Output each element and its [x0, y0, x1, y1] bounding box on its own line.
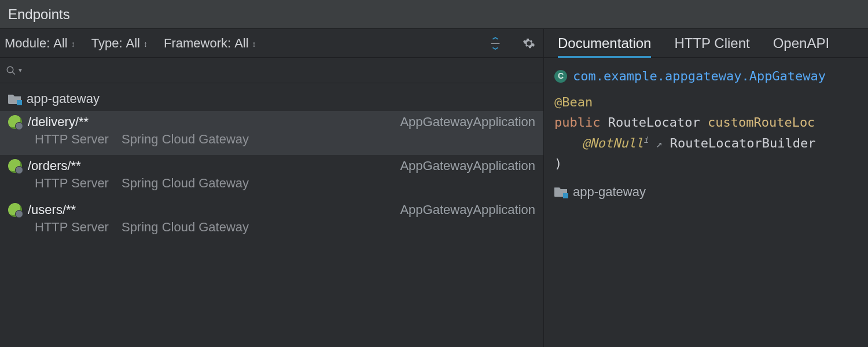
module-group-label: app-gateway: [27, 91, 100, 106]
framework-filter[interactable]: Framework: All ↕: [164, 36, 256, 51]
detail-tabs: Documentation HTTP Client OpenAPI: [544, 29, 868, 58]
endpoint-server-label: HTTP Server: [35, 132, 109, 147]
module-filter-label: Module:: [5, 36, 50, 51]
endpoints-pane: Module: All ↕ Type: All ↕ Framework: All…: [0, 29, 544, 347]
endpoint-class: AppGatewayApplication: [400, 158, 535, 174]
chevron-sort-icon: ↕: [71, 39, 75, 49]
tab-documentation[interactable]: Documentation: [558, 35, 651, 57]
endpoint-class: AppGatewayApplication: [400, 202, 535, 217]
endpoint-path: /delivery/**: [28, 115, 89, 130]
search-icon: [6, 65, 16, 76]
module-filter[interactable]: Module: All ↕: [5, 36, 75, 51]
external-link-icon: ↗: [656, 138, 663, 150]
code-close-paren: ): [554, 156, 562, 171]
chevron-sort-icon: ↕: [144, 39, 148, 49]
module-filter-value: All: [53, 36, 67, 51]
documentation-content: C com.example.appgateway.AppGateway @Bea…: [544, 58, 868, 210]
search-input[interactable]: [27, 64, 538, 77]
title-text: Endpoints: [8, 6, 70, 23]
endpoint-icon: [8, 203, 22, 217]
tab-openapi[interactable]: OpenAPI: [773, 35, 829, 57]
endpoint-path: /users/**: [28, 202, 76, 217]
endpoint-server-label: HTTP Server: [35, 176, 109, 191]
endpoint-server-label: HTTP Server: [35, 220, 109, 235]
class-badge-icon: C: [554, 70, 567, 83]
type-filter-label: Type:: [91, 36, 123, 51]
svg-line-2: [12, 72, 15, 75]
expand-collapse-icon[interactable]: [487, 35, 504, 52]
code-method-name: customRouteLoc: [708, 115, 815, 130]
search-dropdown-icon[interactable]: ▼: [17, 67, 23, 73]
code-return-type: RouteLocator: [608, 115, 700, 130]
tab-http-client[interactable]: HTTP Client: [674, 35, 749, 57]
endpoint-framework-label: Spring Cloud Gateway: [122, 176, 249, 191]
tool-window-title: Endpoints: [0, 0, 868, 29]
type-filter[interactable]: Type: All ↕: [91, 36, 148, 51]
code-param-annotation: @NotNull: [582, 136, 643, 150]
module-name-label: app-gateway: [573, 182, 646, 202]
endpoint-row[interactable]: /delivery/** AppGatewayApplication HTTP …: [0, 111, 543, 155]
workspace: Module: All ↕ Type: All ↕ Framework: All…: [0, 29, 868, 347]
fully-qualified-class-name[interactable]: com.example.appgateway.AppGateway: [573, 66, 826, 86]
endpoint-path: /orders/**: [28, 158, 81, 174]
endpoint-icon: [8, 115, 22, 129]
type-filter-value: All: [126, 36, 140, 51]
framework-filter-value: All: [234, 36, 248, 51]
endpoint-row[interactable]: /users/** AppGatewayApplication HTTP Ser…: [0, 199, 543, 243]
svg-point-1: [7, 67, 13, 73]
code-modifier: public: [554, 115, 600, 130]
endpoint-icon: [8, 159, 22, 173]
module-folder-icon: [8, 94, 21, 104]
endpoint-framework-label: Spring Cloud Gateway: [122, 132, 249, 147]
endpoint-row[interactable]: /orders/** AppGatewayApplication HTTP Se…: [0, 155, 543, 199]
chevron-sort-icon: ↕: [252, 39, 256, 49]
endpoints-tree: app-gateway /delivery/** AppGatewayAppli…: [0, 83, 543, 347]
code-annotation: @Bean: [554, 95, 593, 109]
gear-icon[interactable]: [520, 35, 538, 52]
inferred-superscript-icon: i: [643, 135, 648, 144]
module-group-row[interactable]: app-gateway: [0, 87, 543, 111]
detail-pane: Documentation HTTP Client OpenAPI C com.…: [544, 29, 868, 347]
framework-filter-label: Framework:: [164, 36, 231, 51]
module-folder-icon: [554, 187, 567, 197]
endpoint-class: AppGatewayApplication: [400, 115, 535, 130]
code-param-type: RouteLocatorBuilder: [670, 136, 816, 150]
search-bar: ▼: [0, 58, 543, 83]
endpoint-framework-label: Spring Cloud Gateway: [122, 220, 249, 235]
filter-bar: Module: All ↕ Type: All ↕ Framework: All…: [0, 29, 543, 58]
